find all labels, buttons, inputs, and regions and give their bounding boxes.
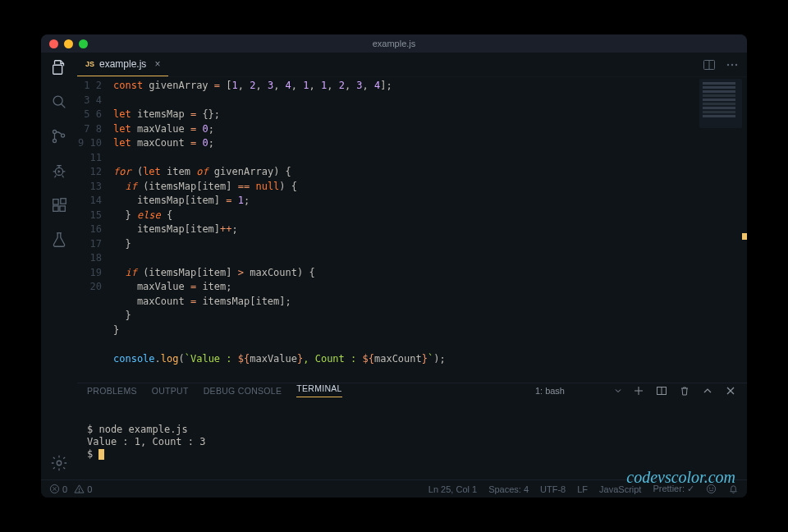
svg-point-16 — [731, 63, 733, 65]
search-icon[interactable] — [49, 92, 69, 112]
maximize-window-button[interactable] — [79, 39, 88, 48]
svg-point-17 — [735, 63, 737, 65]
editor-tabs: JS example.js × — [77, 53, 747, 77]
svg-point-5 — [62, 134, 65, 137]
svg-point-4 — [53, 139, 56, 142]
scroll-indicator — [742, 233, 747, 240]
svg-rect-9 — [53, 206, 58, 211]
new-terminal-icon[interactable] — [632, 384, 645, 397]
maximize-panel-icon[interactable] — [701, 384, 714, 397]
close-tab-icon[interactable]: × — [154, 58, 160, 70]
close-panel-icon[interactable] — [724, 384, 737, 397]
main-area: JS example.js × 1 2 3 4 5 6 7 8 9 10 11 … — [77, 53, 747, 479]
svg-point-1 — [53, 96, 62, 105]
svg-point-30 — [709, 488, 710, 488]
svg-rect-11 — [61, 199, 66, 204]
editor[interactable]: 1 2 3 4 5 6 7 8 9 10 11 12 13 14 15 16 1… — [77, 77, 747, 383]
traffic-lights — [41, 39, 88, 48]
code-content[interactable]: const givenArray = [1, 2, 3, 4, 1, 1, 2,… — [113, 77, 747, 383]
activity-bar — [41, 53, 77, 479]
close-window-button[interactable] — [49, 39, 58, 48]
split-terminal-icon[interactable] — [655, 384, 668, 397]
svg-point-3 — [53, 130, 56, 133]
status-errors[interactable]: 0 — [49, 484, 67, 494]
svg-point-12 — [57, 461, 62, 466]
panel-tab-output[interactable]: OUTPUT — [152, 386, 189, 396]
explorer-icon[interactable] — [49, 57, 69, 77]
editor-actions — [703, 53, 747, 76]
bottom-panel: PROBLEMS OUTPUT DEBUG CONSOLE TERMINAL 1… — [77, 383, 747, 479]
settings-gear-icon[interactable] — [49, 453, 69, 473]
kill-terminal-icon[interactable] — [678, 384, 691, 397]
line-gutter: 1 2 3 4 5 6 7 8 9 10 11 12 13 14 15 16 1… — [77, 77, 113, 383]
window-title: example.js — [373, 39, 416, 48]
svg-marker-7 — [58, 170, 61, 173]
panel-tabs: PROBLEMS OUTPUT DEBUG CONSOLE TERMINAL 1… — [77, 383, 747, 397]
svg-rect-8 — [53, 200, 58, 204]
svg-point-15 — [727, 63, 729, 65]
panel-tab-problems[interactable]: PROBLEMS — [87, 386, 137, 396]
minimize-window-button[interactable] — [64, 39, 73, 48]
body-area: JS example.js × 1 2 3 4 5 6 7 8 9 10 11 … — [41, 53, 747, 479]
panel-tab-debug-console[interactable]: DEBUG CONSOLE — [204, 386, 282, 396]
titlebar: example.js — [41, 34, 747, 53]
terminal-content[interactable]: $ node example.jsValue : 1, Count : 3$ c… — [77, 397, 747, 487]
status-errors-count: 0 — [62, 484, 67, 494]
debug-icon[interactable] — [49, 161, 69, 181]
js-file-icon: JS — [85, 60, 94, 68]
watermark: codevscolor.com — [626, 471, 735, 484]
svg-rect-10 — [60, 206, 65, 211]
chevron-down-icon — [614, 387, 622, 395]
svg-point-31 — [712, 488, 713, 488]
tab-label: example.js — [99, 58, 146, 70]
panel-tab-terminal[interactable]: TERMINAL — [296, 383, 342, 397]
minimap[interactable] — [699, 79, 742, 128]
svg-line-2 — [62, 104, 66, 108]
terminal-shell-label: 1: bash — [535, 386, 565, 396]
extensions-icon[interactable] — [49, 195, 69, 215]
tab-example-js[interactable]: JS example.js × — [77, 53, 168, 76]
testing-icon[interactable] — [49, 230, 69, 250]
more-actions-icon[interactable] — [726, 58, 739, 71]
terminal-shell-selector[interactable]: 1: bash — [535, 386, 622, 396]
split-editor-icon[interactable] — [703, 58, 716, 71]
svg-rect-0 — [53, 65, 62, 74]
source-control-icon[interactable] — [49, 126, 69, 146]
svg-point-28 — [79, 491, 80, 492]
vscode-window: example.js — [41, 34, 747, 498]
